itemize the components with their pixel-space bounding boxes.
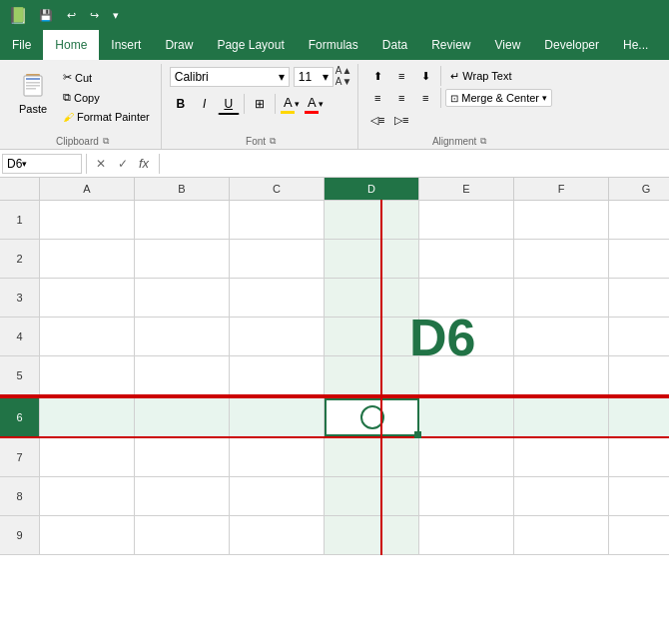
cell-B3[interactable] xyxy=(135,279,230,317)
cell-D7[interactable] xyxy=(325,438,419,476)
row-num-9[interactable]: 9 xyxy=(0,516,40,554)
cell-E8[interactable] xyxy=(419,477,514,515)
cell-C5[interactable] xyxy=(230,356,325,394)
cut-button[interactable]: ✂ Cut xyxy=(58,68,155,87)
col-header-F[interactable]: F xyxy=(514,178,609,200)
cell-G9[interactable] xyxy=(609,516,669,554)
bold-button[interactable]: B xyxy=(170,93,192,115)
format-painter-button[interactable]: 🖌 Format Painter xyxy=(58,108,155,126)
cell-E3[interactable] xyxy=(419,279,514,317)
cell-B1[interactable] xyxy=(135,201,230,239)
font-size-selector[interactable]: 11 ▾ xyxy=(294,67,334,87)
align-middle-button[interactable]: ≡ xyxy=(390,66,412,86)
cell-G6[interactable] xyxy=(609,398,669,436)
wrap-text-button[interactable]: ↵ Wrap Text xyxy=(445,67,516,86)
cell-D4[interactable] xyxy=(325,318,419,355)
col-header-C[interactable]: C xyxy=(230,178,325,200)
menu-data[interactable]: Data xyxy=(370,30,419,60)
cell-B4[interactable] xyxy=(135,318,230,355)
cell-G5[interactable] xyxy=(609,356,669,394)
row-num-6[interactable]: 6 xyxy=(0,398,40,436)
cell-F5[interactable] xyxy=(514,356,609,394)
cell-A4[interactable] xyxy=(40,318,135,355)
row-num-8[interactable]: 8 xyxy=(0,477,40,515)
cell-A5[interactable] xyxy=(40,356,135,394)
cell-B7[interactable] xyxy=(135,438,230,476)
cell-F7[interactable] xyxy=(514,438,609,476)
cell-C3[interactable] xyxy=(230,279,325,317)
cell-G2[interactable] xyxy=(609,240,669,278)
cell-G7[interactable] xyxy=(609,438,669,476)
paste-button[interactable]: Paste xyxy=(10,66,56,118)
row-num-5[interactable]: 5 xyxy=(0,356,40,394)
save-button[interactable]: 💾 xyxy=(34,7,58,24)
row-num-7[interactable]: 7 xyxy=(0,438,40,476)
cell-C8[interactable] xyxy=(230,477,325,515)
menu-home[interactable]: Home xyxy=(43,30,99,60)
col-header-G[interactable]: G xyxy=(609,178,669,200)
undo-button[interactable]: ↩ xyxy=(62,7,81,24)
row-num-1[interactable]: 1 xyxy=(0,201,40,239)
cell-A6[interactable] xyxy=(40,398,135,436)
border-button[interactable]: ⊞ xyxy=(249,93,271,115)
menu-formulas[interactable]: Formulas xyxy=(297,30,370,60)
clipboard-expand-icon[interactable]: ⧉ xyxy=(103,136,109,147)
cell-D5[interactable] xyxy=(325,356,419,394)
cell-E9[interactable] xyxy=(419,516,514,554)
cell-A8[interactable] xyxy=(40,477,135,515)
cell-D3[interactable] xyxy=(325,279,419,317)
menu-insert[interactable]: Insert xyxy=(99,30,153,60)
font-color-button[interactable]: A ▾ xyxy=(304,93,326,115)
redo-button[interactable]: ↪ xyxy=(85,7,104,24)
align-bottom-button[interactable]: ⬇ xyxy=(414,66,436,86)
cell-name-box[interactable]: D6 ▾ xyxy=(2,154,82,174)
row-num-4[interactable]: 4 xyxy=(0,318,40,355)
cell-C1[interactable] xyxy=(230,201,325,239)
col-header-A[interactable]: A xyxy=(40,178,135,200)
col-header-E[interactable]: E xyxy=(419,178,514,200)
menu-view[interactable]: View xyxy=(483,30,533,60)
cell-A1[interactable] xyxy=(40,201,135,239)
cell-D2[interactable] xyxy=(325,240,419,278)
cell-B6[interactable] xyxy=(135,398,230,436)
cell-B5[interactable] xyxy=(135,356,230,394)
cell-D9[interactable] xyxy=(325,516,419,554)
cell-A7[interactable] xyxy=(40,438,135,476)
cell-E4[interactable] xyxy=(419,318,514,355)
menu-draw[interactable]: Draw xyxy=(153,30,205,60)
font-size-decrease-button[interactable]: A▼ xyxy=(335,77,352,87)
cell-F6[interactable] xyxy=(514,398,609,436)
menu-developer[interactable]: Developer xyxy=(532,30,611,60)
cell-E2[interactable] xyxy=(419,240,514,278)
col-header-D[interactable]: D xyxy=(325,178,419,200)
merge-center-button[interactable]: ⊡ Merge & Center ▾ xyxy=(445,89,552,107)
menu-help[interactable]: He... xyxy=(611,30,660,60)
font-size-increase-button[interactable]: A▲ xyxy=(335,66,352,76)
cell-C7[interactable] xyxy=(230,438,325,476)
cell-B9[interactable] xyxy=(135,516,230,554)
cell-C6[interactable] xyxy=(230,398,325,436)
cell-D1[interactable] xyxy=(325,201,419,239)
menu-page-layout[interactable]: Page Layout xyxy=(205,30,296,60)
font-expand-icon[interactable]: ⧉ xyxy=(270,136,276,147)
alignment-expand-icon[interactable]: ⧉ xyxy=(480,136,486,147)
align-top-button[interactable]: ⬆ xyxy=(366,66,388,86)
menu-review[interactable]: Review xyxy=(419,30,482,60)
italic-button[interactable]: I xyxy=(194,93,216,115)
cell-F1[interactable] xyxy=(514,201,609,239)
cell-G3[interactable] xyxy=(609,279,669,317)
cell-A3[interactable] xyxy=(40,279,135,317)
cell-E1[interactable] xyxy=(419,201,514,239)
formula-input[interactable] xyxy=(164,154,667,174)
increase-indent-button[interactable]: ▷≡ xyxy=(390,110,412,130)
cancel-button[interactable]: ✕ xyxy=(91,154,111,174)
cell-C4[interactable]: D6 xyxy=(230,318,325,355)
col-header-B[interactable]: B xyxy=(135,178,230,200)
align-right-button[interactable]: ≡ xyxy=(414,88,436,108)
align-center-button[interactable]: ≡ xyxy=(390,88,412,108)
row-num-3[interactable]: 3 xyxy=(0,279,40,317)
cell-G4[interactable] xyxy=(609,318,669,355)
fill-color-button[interactable]: A ▾ xyxy=(280,93,302,115)
cell-A2[interactable] xyxy=(40,240,135,278)
confirm-button[interactable]: ✓ xyxy=(113,154,133,174)
